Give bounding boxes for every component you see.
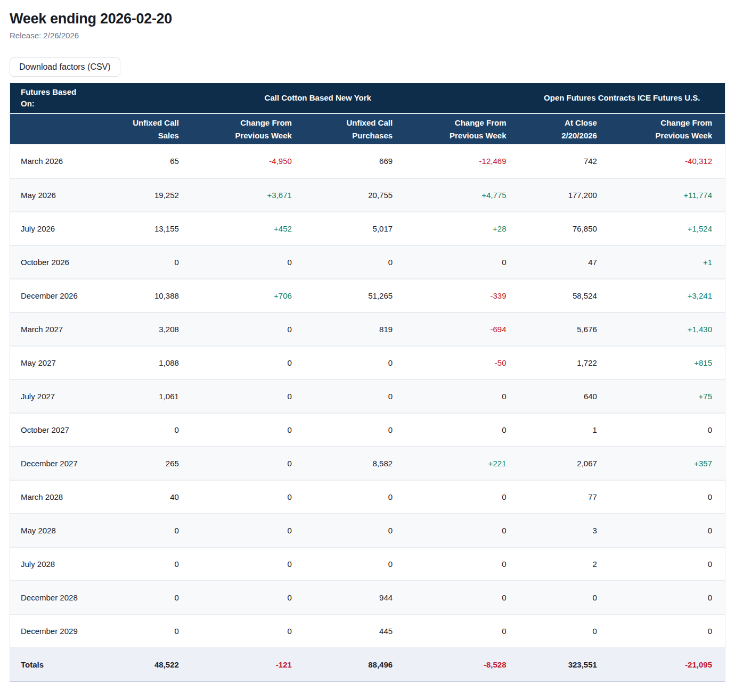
cell-value: 669 <box>305 144 405 178</box>
cell-value: 0 <box>305 480 405 513</box>
cell-value: 2 <box>519 547 609 580</box>
cell-value: 76,850 <box>519 211 609 245</box>
column-header <box>10 114 117 144</box>
cell-value: +1,430 <box>610 312 725 345</box>
cell-value: +1,524 <box>610 211 725 245</box>
cell-value: 2,067 <box>519 446 609 480</box>
cell-value: 0 <box>192 379 305 413</box>
column-header: Change FromPrevious Week <box>610 114 725 144</box>
download-csv-button[interactable]: Download factors (CSV) <box>10 57 120 77</box>
cell-value: +3,671 <box>192 178 305 211</box>
cell-value: -694 <box>405 312 519 345</box>
table-row: March 202840000770 <box>10 480 725 513</box>
cell-value: 0 <box>117 413 192 446</box>
cell-value: 88,496 <box>305 647 405 681</box>
cell-value: 0 <box>610 580 725 614</box>
cell-value: 1,088 <box>117 345 192 379</box>
cell-value: 40 <box>117 480 192 513</box>
cell-value: 0 <box>305 379 405 413</box>
table-row: December 202900445000 <box>10 614 725 647</box>
table-row: July 202613,155+4525,017+2876,850+1,524 <box>10 211 725 245</box>
cell-value: 265 <box>117 446 192 480</box>
group-header: Call Cotton Based New York <box>117 83 519 114</box>
cell-value: 47 <box>519 245 609 278</box>
totals-row: Totals48,522-12188,496-8,528323,551-21,0… <box>10 647 725 681</box>
table-row: March 20273,2080819-6945,676+1,430 <box>10 312 725 345</box>
cell-value: 0 <box>305 413 405 446</box>
contract-month-label: December 2026 <box>10 278 117 312</box>
cell-value: 51,265 <box>305 278 405 312</box>
cell-value: 0 <box>610 480 725 513</box>
contract-month-label: March 2027 <box>10 312 117 345</box>
cell-value: -121 <box>192 647 305 681</box>
totals-label: Totals <box>10 647 117 681</box>
group-header: Futures BasedOn: <box>10 83 117 114</box>
cell-value: -12,469 <box>405 144 519 178</box>
cell-value: 0 <box>519 614 609 647</box>
cell-value: 0 <box>192 345 305 379</box>
contract-month-label: December 2027 <box>10 446 117 480</box>
cell-value: 8,582 <box>305 446 405 480</box>
cell-value: -339 <box>405 278 519 312</box>
contract-month-label: October 2026 <box>10 245 117 278</box>
cell-value: 0 <box>405 245 519 278</box>
cell-value: 0 <box>305 513 405 547</box>
cell-value: 1,061 <box>117 379 192 413</box>
cell-value: 944 <box>305 580 405 614</box>
cell-value: 0 <box>405 413 519 446</box>
cell-value: 0 <box>305 345 405 379</box>
cell-value: -40,312 <box>610 144 725 178</box>
cell-value: 19,252 <box>117 178 192 211</box>
toolbar: Download factors (CSV) <box>10 40 725 77</box>
cell-value: 5,017 <box>305 211 405 245</box>
cell-value: 0 <box>192 480 305 513</box>
page-title: Week ending 2026-02-20 <box>10 11 725 27</box>
cell-value: +4,775 <box>405 178 519 211</box>
cell-value: 0 <box>305 547 405 580</box>
contract-month-label: March 2028 <box>10 480 117 513</box>
cell-value: 0 <box>117 245 192 278</box>
cell-value: +357 <box>610 446 725 480</box>
cell-value: 0 <box>519 580 609 614</box>
column-header: Unfixed CallPurchases <box>305 114 405 144</box>
cell-value: 3,208 <box>117 312 192 345</box>
cell-value: 5,676 <box>519 312 609 345</box>
cell-value: 77 <box>519 480 609 513</box>
cell-value: 445 <box>305 614 405 647</box>
cell-value: +75 <box>610 379 725 413</box>
contract-month-label: May 2028 <box>10 513 117 547</box>
page: Week ending 2026-02-20 Release: 2/26/202… <box>0 0 735 695</box>
table-row: May 202619,252+3,67120,755+4,775177,200+… <box>10 178 725 211</box>
cell-value: -8,528 <box>405 647 519 681</box>
table-row: March 202665-4,950669-12,469742-40,312 <box>10 144 725 178</box>
group-header: Open Futures Contracts ICE Futures U.S. <box>519 83 725 114</box>
column-header: Change FromPrevious Week <box>192 114 305 144</box>
cell-value: +3,241 <box>610 278 725 312</box>
column-header: At Close2/20/2026 <box>519 114 609 144</box>
column-header: Unfixed CallSales <box>117 114 192 144</box>
cell-value: 0 <box>405 480 519 513</box>
cell-value: 0 <box>610 413 725 446</box>
contract-month-label: May 2026 <box>10 178 117 211</box>
cell-value: 1 <box>519 413 609 446</box>
table-row: May 2028000030 <box>10 513 725 547</box>
cell-value: 323,551 <box>519 647 609 681</box>
cell-value: 0 <box>305 245 405 278</box>
column-header-row: Unfixed CallSalesChange FromPrevious Wee… <box>10 114 725 144</box>
table-row: July 2028000020 <box>10 547 725 580</box>
table-row: May 20271,08800-501,722+815 <box>10 345 725 379</box>
cell-value: 0 <box>117 513 192 547</box>
cell-value: 0 <box>405 614 519 647</box>
cell-value: 0 <box>405 580 519 614</box>
cell-value: 48,522 <box>117 647 192 681</box>
cell-value: 0 <box>192 547 305 580</box>
cell-value: 0 <box>610 614 725 647</box>
cell-value: 10,388 <box>117 278 192 312</box>
cell-value: -4,950 <box>192 144 305 178</box>
cell-value: 0 <box>192 513 305 547</box>
cell-value: +815 <box>610 345 725 379</box>
cell-value: 13,155 <box>117 211 192 245</box>
cell-value: 177,200 <box>519 178 609 211</box>
table-header: Futures BasedOn:Call Cotton Based New Yo… <box>10 83 725 144</box>
table-row: October 2026000047+1 <box>10 245 725 278</box>
